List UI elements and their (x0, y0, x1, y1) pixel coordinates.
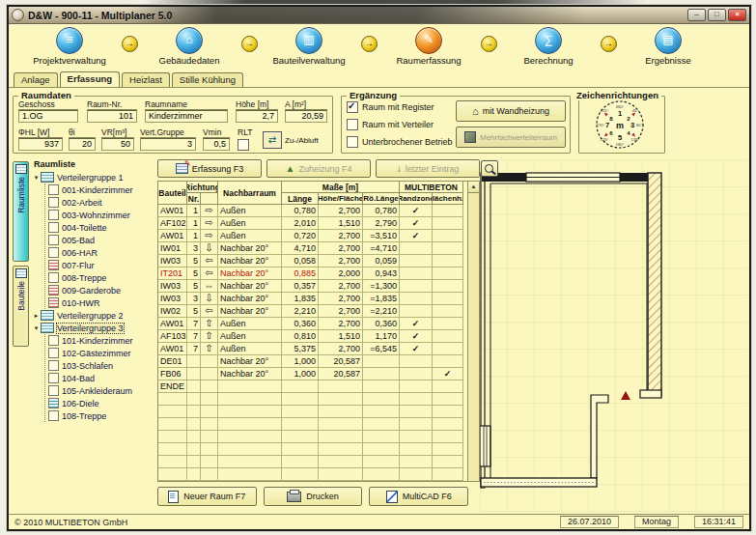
components-icon (15, 268, 27, 278)
tree-group-2[interactable]: ▾Verteilergruppe 3 (32, 322, 157, 334)
table-row[interactable]: AW017⇧Außen0,3602,7000,360✓ (158, 318, 467, 330)
toolbar-item-2[interactable]: ▥Bauteilverwaltung (262, 27, 356, 66)
zuheizung-f4-button[interactable]: ▲ Zuheizung F4 (266, 159, 371, 178)
table-row-empty[interactable] (158, 418, 467, 431)
table-row[interactable]: ENDE (158, 380, 467, 393)
tab-erfassung[interactable]: Erfassung (60, 71, 120, 88)
close-button[interactable]: × (728, 9, 746, 21)
room-icon (48, 210, 59, 220)
table-row-empty[interactable] (158, 443, 467, 456)
mehrfachverteilerraum-button[interactable]: Mehrfachverteilerraum (456, 127, 566, 148)
minimize-button[interactable]: – (687, 9, 706, 21)
tab-heizlast[interactable]: Heizlast (122, 72, 170, 87)
toolbar-item-0[interactable]: ≡Projektverwaltung (22, 27, 117, 66)
raumname-field[interactable]: Kinderzimmer (145, 110, 228, 123)
rlt-checkbox[interactable] (238, 139, 249, 151)
titlebar[interactable]: D&W - 900-11 - Multiplaner 5.0 – □ × (9, 7, 749, 24)
vmin-field[interactable]: 0,5 (203, 138, 230, 151)
raumnr-field[interactable]: 101 (87, 110, 137, 123)
phl-field[interactable]: 937 (18, 138, 63, 151)
tree-group-0[interactable]: ▾Verteilergruppe 1 (32, 171, 157, 183)
vr-field[interactable]: 50 (101, 138, 134, 151)
table-row-empty[interactable] (158, 431, 467, 443)
tab-stille-kuehlung[interactable]: Stille Kühlung (172, 72, 243, 87)
drucken-button[interactable]: Drucken (264, 487, 363, 506)
tree-room-item[interactable]: 101-Kinderzimmer (48, 334, 157, 347)
direction-arrow-icon (201, 368, 218, 380)
scroll-up-icon[interactable]: ▲ (468, 182, 479, 193)
tree-group-1[interactable]: ▸Verteilergruppe 2 (32, 309, 157, 322)
checkbox-row-1: Raum mit Verteiler (347, 119, 434, 130)
tree-room-item[interactable]: 005-Bad (48, 234, 157, 246)
tree-room-label: 008-Treppe (62, 273, 106, 283)
tree-expander-icon[interactable]: ▾ (32, 174, 41, 182)
tree-room-item[interactable]: 008-Treppe (48, 271, 157, 284)
geschoss-field[interactable]: 1.OG (18, 110, 78, 123)
raumname-label: Raumname (145, 99, 228, 110)
table-row[interactable]: AF1037⇧Außen0,8101,5101,170✓ (158, 330, 467, 343)
table-row[interactable]: AF1021⇨Außen2,0101,5102,790✓ (158, 217, 467, 230)
tree-room-item[interactable]: 009-Garderobe (48, 284, 157, 296)
theta-field[interactable]: 20 (69, 138, 96, 151)
table-row[interactable]: AW011⇨Außen0,7802,7000,780✓ (158, 205, 467, 217)
tree-room-item[interactable]: 004-Toilette (48, 221, 157, 234)
table-row-empty[interactable] (158, 456, 467, 468)
tree-room-item[interactable]: 010-HWR (48, 296, 157, 309)
vertical-tab-bauteile[interactable]: Bauteile (13, 266, 29, 347)
direction-arrow-icon: ⇨ (201, 217, 218, 230)
tree-expander-icon[interactable]: ▸ (32, 312, 41, 320)
table-row[interactable]: FB06 Nachbar 20°1,00020,587 ✓ (158, 368, 467, 380)
checkbox-2[interactable] (347, 136, 358, 148)
zu-abluft-icon[interactable]: ⇄ (263, 131, 282, 149)
tree-room-item[interactable]: 104-Bad (48, 372, 157, 384)
table-row[interactable]: IW035⇔Nachbar 20°0,3572,700=1,300 (158, 280, 467, 293)
multicad-f6-button[interactable]: MultiCAD F6 (369, 487, 468, 506)
tree-expander-icon[interactable]: ▾ (32, 324, 41, 332)
letzter-eintrag-button[interactable]: ↓ letzter Eintrag (376, 159, 480, 178)
vertgruppe-label: Vert.Gruppe (140, 127, 196, 138)
table-row[interactable]: IW035⇦Nachbar 20°0,0582,7000,059 (158, 255, 467, 268)
tree-group-label: Verteilergruppe 1 (57, 173, 124, 183)
table-row[interactable]: IW033⇩Nachbar 20°1,8352,700=1,835 (158, 293, 467, 305)
toolbar-item-5[interactable]: ▤Ergebnisse (621, 27, 715, 66)
geschoss-label: Geschoss (18, 99, 78, 110)
checkbox-0[interactable] (347, 101, 358, 113)
table-row[interactable]: IW025⇦Nachbar 20°2,2102,700=2,210 (158, 305, 467, 318)
table-row[interactable]: AW011⇨Außen0,7202,700=3,510✓ (158, 230, 467, 242)
floor-plan-canvas[interactable] (480, 159, 747, 512)
table-row[interactable]: AW017⇧Außen5,3752,700=6,545✓ (158, 343, 467, 355)
table-row-empty[interactable] (158, 406, 467, 418)
tree-room-item[interactable]: 102-Gästezimmer (48, 347, 157, 359)
table-scrollbar[interactable]: ▲ (468, 181, 480, 482)
tree-room-item[interactable]: 108-Treppe (48, 409, 157, 422)
vertical-tab-raumliste[interactable]: Raumliste (13, 161, 29, 262)
neuer-raum-f7-button[interactable]: Neuer Raum F7 (157, 487, 257, 506)
tree-room-item[interactable]: 103-Schlafen (48, 359, 157, 372)
toolbar-item-3[interactable]: ✎Raumerfassung (381, 27, 476, 66)
erfassung-f3-button[interactable]: Erfassung F3 (157, 159, 262, 178)
tree-room-item[interactable]: 106-Diele (48, 397, 157, 409)
tree-room-item[interactable]: 105-Ankleideraum (48, 384, 157, 397)
table-row[interactable]: IT2015⇦Nachbar 20°0,8852,0000,943 (158, 268, 467, 280)
maximize-button[interactable]: □ (708, 9, 726, 21)
checkbox-1[interactable] (347, 119, 358, 130)
table-row-empty[interactable] (158, 393, 467, 406)
tree-room-item[interactable]: 002-Arbeit (48, 196, 157, 209)
tree-room-item[interactable]: 007-Flur (48, 259, 157, 271)
flaeche-field[interactable]: 20,59 (285, 110, 327, 123)
wandheizung-button[interactable]: ⌂ mit Wandheizung (456, 100, 566, 122)
direction-arrow-icon (201, 355, 218, 368)
table-row[interactable]: DE01 Nachbar 20°1,00020,587 (158, 355, 467, 368)
table-row-empty[interactable] (158, 468, 467, 481)
hoehe-field[interactable]: 2,7 (236, 110, 278, 123)
tree-room-item[interactable]: 001-Kinderzimmer (48, 183, 157, 196)
tree-room-item[interactable]: 003-Wohnzimmer (48, 209, 157, 221)
tab-anlage[interactable]: Anlage (14, 72, 58, 87)
toolbar-item-1[interactable]: ⌂Gebäudedaten (142, 27, 237, 66)
toolbar-item-4[interactable]: ∑Berechnung (501, 27, 596, 66)
zoom-button[interactable] (481, 160, 498, 177)
tree-room-item[interactable]: 006-HAR (48, 246, 157, 259)
vertgruppe-field[interactable]: 3 (140, 138, 196, 151)
table-row[interactable]: IW013⇩Nachbar 20°4,7102,700=4,710 (158, 242, 467, 255)
direction-compass[interactable]: 360° 45° 90° 135° 180° 225° 270° 315° 1 … (579, 97, 660, 152)
